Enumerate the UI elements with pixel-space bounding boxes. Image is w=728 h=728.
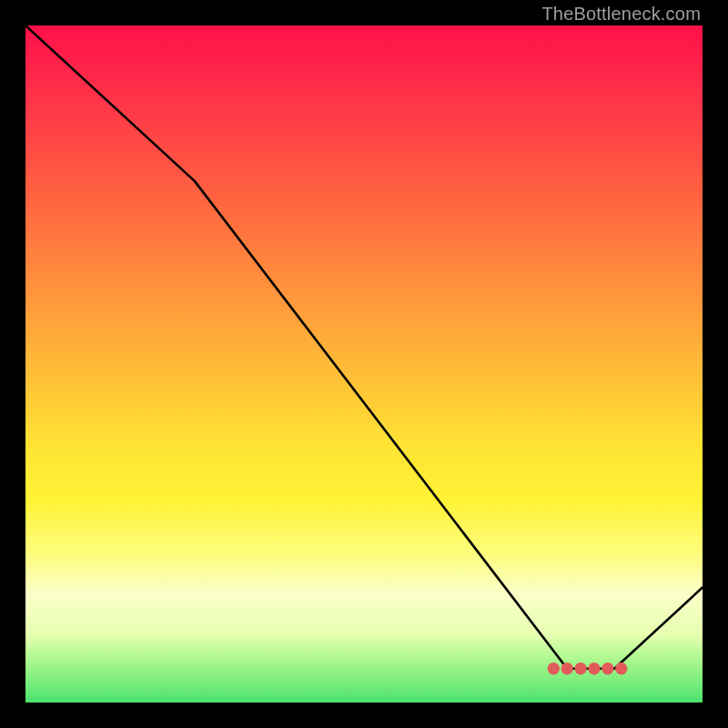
marker-dot <box>602 662 613 674</box>
series-curve <box>25 25 703 669</box>
plot-area <box>25 25 703 703</box>
marker-dot <box>561 662 573 674</box>
marker-dot <box>574 662 586 674</box>
watermark-text: TheBottleneck.com <box>541 4 701 25</box>
marker-dot <box>588 662 600 674</box>
marker-dot <box>548 662 560 674</box>
chart-frame: TheBottleneck.com <box>0 0 728 728</box>
chart-svg <box>25 25 703 703</box>
marker-dot <box>615 662 627 674</box>
